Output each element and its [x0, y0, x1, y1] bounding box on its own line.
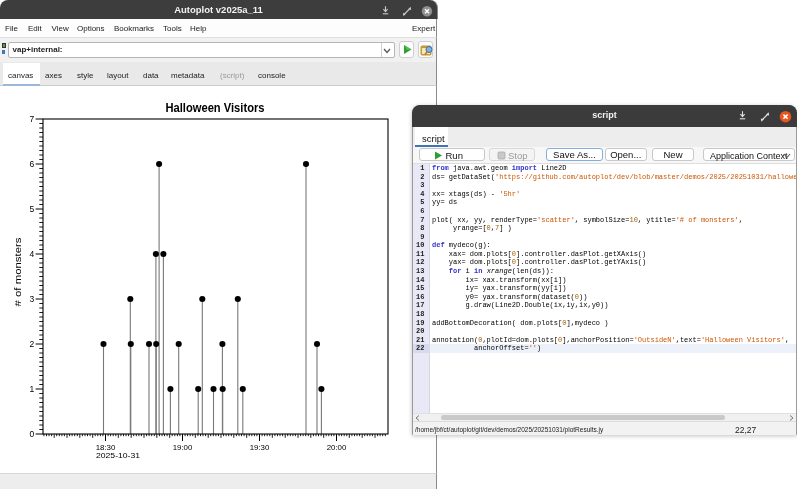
svg-text:20:00: 20:00	[327, 443, 347, 452]
svg-text:3: 3	[29, 294, 34, 304]
svg-text:2025-10-31: 2025-10-31	[96, 451, 141, 460]
svg-text:19:30: 19:30	[250, 443, 270, 452]
svg-text:2: 2	[29, 339, 34, 349]
svg-text:19:00: 19:00	[173, 443, 193, 452]
svg-text:1: 1	[29, 384, 34, 394]
svg-text:# of monsters: # of monsters	[13, 238, 23, 307]
svg-text:0: 0	[29, 429, 34, 439]
svg-text:5: 5	[29, 204, 34, 214]
svg-text:6: 6	[29, 159, 34, 169]
svg-text:Halloween Visitors: Halloween Visitors	[166, 100, 265, 115]
svg-text:4: 4	[29, 249, 34, 259]
svg-text:7: 7	[29, 114, 34, 124]
